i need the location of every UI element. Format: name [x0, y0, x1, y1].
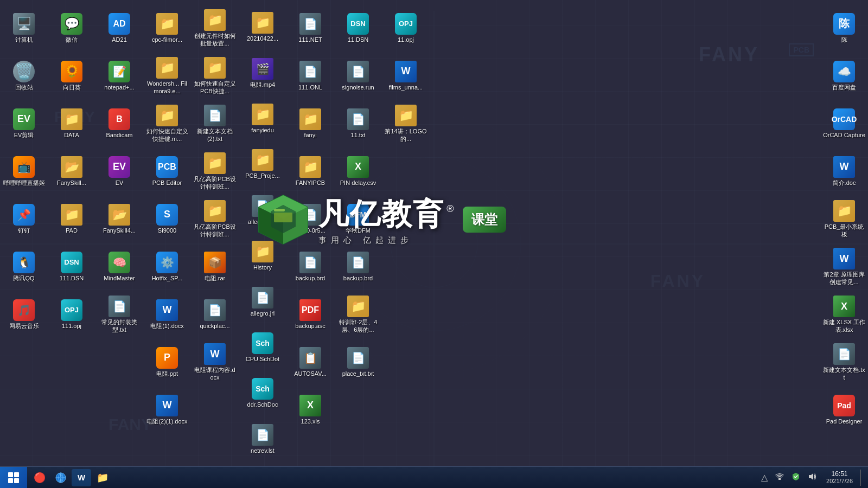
icon-label-recycle: 回收站 [15, 84, 33, 91]
pcb-editor-icon: PCB [156, 156, 178, 178]
icon-jisuanji[interactable]: 🖥️ 计算机 [0, 4, 48, 52]
icon-xinjian-xlsx[interactable]: X 新建 XLSX 工作表.xlsx [820, 291, 868, 338]
icon-label-di2zhang: 第2章 原理图库创建常见... [822, 271, 866, 285]
ad21-icon: AD [108, 13, 130, 35]
icon-di14jia[interactable]: 📁 第14讲：LOGO的... [382, 100, 430, 147]
icon-20210422[interactable]: 📁 20210422... [239, 4, 286, 50]
icon-ev[interactable]: EV EV [95, 147, 143, 195]
place-txt-icon: 📄 [347, 347, 369, 369]
icon-orcad[interactable]: OrCAD OrCAD Capture [820, 100, 868, 147]
tray-network[interactable] [773, 471, 786, 484]
icon-column-3: AD AD21 📝 notepad+... B Bandicam EV EV 📂… [95, 0, 143, 466]
icon-weixin[interactable]: 💬 微信 [48, 4, 95, 52]
icon-dian-chengxuneirong[interactable]: W 电阻课程内容.docx [191, 338, 239, 386]
tray-show-hidden[interactable]: △ [759, 471, 770, 484]
icon-baiduwangpan[interactable]: ☁️ 百度网盘 [820, 52, 868, 100]
icon-cpc-filmor[interactable]: 📁 cpc-filmor... [143, 4, 191, 52]
cpu-schdot-icon: Sch [252, 332, 273, 354]
icon-label-163music: 网易云音乐 [9, 323, 39, 330]
icon-label-dianz-mp4: 电阻.mp4 [250, 81, 275, 88]
icon-special-train[interactable]: 📁 特训班-2层、4层、6层的... [334, 291, 382, 338]
xiangri-icon: 🌻 [61, 61, 82, 82]
icon-xinjian[interactable]: 📄 新建文本文档(2).txt [191, 100, 239, 147]
icon-quickplac[interactable]: 📄 quickplac... [191, 291, 239, 338]
icon-netrev-lst[interactable]: 📄 netrev.lst [239, 416, 286, 462]
taskbar-app-explorer[interactable]: 📁 [92, 469, 113, 486]
icon-xinjianwenben[interactable]: 📄 新建文本文档.txt [820, 338, 868, 386]
tray-volume[interactable] [806, 471, 819, 484]
icon-11opj[interactable]: OPJ 11.opj [382, 4, 430, 52]
icon-label-orcad: OrCAD Capture [823, 132, 865, 139]
start-button[interactable] [0, 467, 27, 489]
pcb-zuixiao-icon: 📁 [833, 200, 855, 222]
tray-security[interactable] [789, 471, 802, 484]
icon-cpu-schdot[interactable]: Sch CPU.SchDot [239, 325, 286, 370]
icon-qq[interactable]: 🐧 腾讯QQ [0, 243, 48, 291]
taskbar-app-word[interactable]: W [72, 469, 91, 486]
icon-pcb-zuixiao[interactable]: 📁 PCB_最小系统板 [820, 195, 868, 243]
icon-mindmaster[interactable]: 🧠 MindMaster [95, 243, 143, 291]
icon-pcb-editor[interactable]: PCB PCB Editor [143, 147, 191, 195]
icon-bandicam[interactable]: B Bandicam [95, 100, 143, 147]
icon-111onl[interactable]: 📄 111.ONL [286, 52, 334, 100]
icon-163music[interactable]: 🎵 网易云音乐 [0, 291, 48, 338]
icon-huishouizhan[interactable]: 🗑️ 回收站 [0, 52, 48, 100]
icon-ruhe-zidingyi[interactable]: 📁 如何快速自定义PCB快捷... [191, 52, 239, 100]
icon-xiangri[interactable]: 🌻 向日葵 [48, 52, 95, 100]
icon-changjienfz[interactable]: 📄 常见的封装类型.txt [95, 291, 143, 338]
icon-allegrojrl[interactable]: 📄 allegro.jrl [239, 279, 286, 324]
icon-ddr-schdoc[interactable]: Sch ddr.SchDoc [239, 370, 286, 416]
taskbar-app-browser[interactable] [51, 469, 71, 486]
icon-111dsn[interactable]: DSN 111.DSN [48, 243, 95, 291]
icon-bilibili[interactable]: 📺 哔哩哔哩直播姬 [0, 147, 48, 195]
taskbar-app-red[interactable]: 🔴 [29, 469, 50, 486]
icon-data[interactable]: 📁 DATA [48, 100, 95, 147]
icon-123xls[interactable]: X 123.xls [286, 386, 334, 434]
icon-notepadpp[interactable]: 📝 notepad+... [95, 52, 143, 100]
icon-label-wondersh: Wondersh... Filmora9.e... [145, 80, 189, 94]
icon-place-txt[interactable]: 📄 place_txt.txt [334, 338, 382, 386]
icon-pad[interactable]: 📁 PAD [48, 195, 95, 243]
orcad-icon: OrCAD [833, 108, 855, 130]
icon-pad-designer[interactable]: Pad Pad Designer [820, 386, 868, 434]
icon-fanyiedu[interactable]: 📁 fanyiedu [239, 96, 286, 142]
icon-hotfix-sp[interactable]: ⚙️ Hotfix_SP... [143, 243, 191, 291]
icon-111opj[interactable]: OPJ 111.opj [48, 291, 95, 338]
icon-pcb-proje[interactable]: 📁 PCB_Proje... [239, 142, 286, 187]
icon-ruhe-jianjie[interactable]: 📁 如何快速自定义快捷键.m... [143, 100, 191, 147]
icon-dian-chengxu[interactable]: W 电阻(2)(1).docx [143, 386, 191, 434]
icon-ad21[interactable]: AD AD21 [95, 4, 143, 52]
icon-11txt[interactable]: 📄 11.txt [334, 100, 382, 147]
fanyskilll-icon: 📂 [61, 156, 82, 178]
icon-fanyi[interactable]: 📁 fanyi [286, 100, 334, 147]
icon-label-history: History [253, 264, 272, 271]
changjienfz-icon: 📄 [108, 296, 130, 317]
icon-dianz1docx[interactable]: W 电阻(1).docx [143, 291, 191, 338]
icon-jianjie-doc[interactable]: W 简介.doc [820, 147, 868, 195]
icon-fanyskilll[interactable]: 📂 FanySkill... [48, 147, 95, 195]
icon-chen[interactable]: 陈 陈 [820, 4, 868, 52]
icon-dingding[interactable]: 📌 钉钉 [0, 195, 48, 243]
icon-wondersh[interactable]: 📁 Wondersh... Filmora9.e... [143, 52, 191, 100]
icon-fanyskill4[interactable]: 📂 FanySkill4... [95, 195, 143, 243]
icon-autosav[interactable]: 📋 AUTOSAV... [286, 338, 334, 386]
icon-dianzppt[interactable]: P 电阻.ppt [143, 338, 191, 386]
icon-signoise-run[interactable]: 📄 signoise.run [334, 52, 382, 100]
icon-backupasc[interactable]: PDF backup.asc [286, 291, 334, 338]
123xls-icon: X [299, 395, 321, 416]
taskbar-clock[interactable]: 16:51 2021/7/26 [822, 467, 857, 489]
icon-label-dian-chengxuneirong: 电阻课程内容.docx [193, 367, 237, 381]
icon-ev-cut[interactable]: EV EV剪辑 [0, 100, 48, 147]
icon-di2zhang[interactable]: W 第2章 原理图库创建常见... [820, 243, 868, 291]
icon-create-jianjie[interactable]: 📁 创建元件时如何批量放置... [191, 4, 239, 52]
icon-11dsn[interactable]: DSN 11.DSN [334, 4, 382, 52]
tray-show-desktop[interactable] [860, 470, 864, 486]
icon-111net[interactable]: 📄 111.NET [286, 4, 334, 52]
icon-si9000[interactable]: S Si9000 [143, 195, 191, 243]
ev-icon: EV [108, 156, 130, 178]
icon-label-ev-cut: EV剪辑 [14, 132, 34, 139]
network-icon [775, 472, 784, 481]
icon-dianz-mp4[interactable]: 🎬 电阻.mp4 [239, 50, 286, 95]
icon-films-unna[interactable]: W films_unna... [382, 52, 430, 100]
icon-label-si9000: Si9000 [158, 227, 176, 234]
